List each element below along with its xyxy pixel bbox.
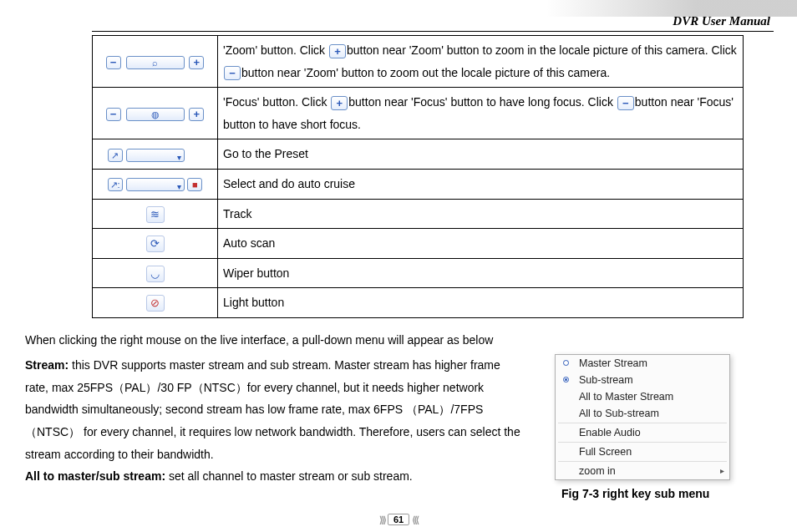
table-row: − ◍ + 'Focus' button. Click +button near… bbox=[93, 88, 744, 139]
page-header: DVR User Manual bbox=[92, 0, 774, 32]
track-description: Track bbox=[218, 199, 744, 229]
page-ornament-right: ⟨⟨⟨ bbox=[412, 514, 418, 524]
menu-item-zoom-in[interactable]: zoom in▸ bbox=[556, 463, 729, 479]
preset-cell: ↗ bbox=[93, 139, 218, 170]
menu-separator bbox=[558, 461, 727, 462]
text: button near 'Focus' button to have long … bbox=[348, 95, 617, 109]
text: 'Focus' button. Click bbox=[223, 95, 330, 109]
menu-separator bbox=[558, 442, 727, 443]
table-row: ⊘ Light button bbox=[93, 288, 744, 318]
zoom-out-button[interactable]: − bbox=[106, 56, 121, 69]
menu-label: Sub-stream bbox=[579, 374, 633, 386]
menu-item-enable-audio[interactable]: Enable Audio bbox=[556, 424, 729, 441]
menu-item-all-master[interactable]: All to Master Stream bbox=[556, 388, 729, 405]
stream-paragraph: Stream: this DVR supports master stream … bbox=[25, 354, 521, 500]
focus-short-button[interactable]: − bbox=[106, 108, 121, 121]
page-number-value: 61 bbox=[388, 514, 409, 525]
radio-icon bbox=[563, 360, 569, 366]
cruise-icon[interactable]: ↗: bbox=[108, 178, 123, 191]
page-number: ⟩⟩⟩ 61 ⟨⟨⟨ bbox=[379, 514, 418, 525]
menu-label: Full Screen bbox=[579, 446, 632, 458]
submenu-arrow-icon: ▸ bbox=[720, 466, 724, 475]
controls-table: − ⌕ + 'Zoom' button. Click +button near … bbox=[92, 35, 744, 318]
table-row: − ⌕ + 'Zoom' button. Click +button near … bbox=[93, 36, 744, 88]
wiper-description: Wiper button bbox=[218, 258, 744, 288]
focus-description: 'Focus' button. Click +button near 'Focu… bbox=[218, 88, 744, 139]
zoom-in-button[interactable]: + bbox=[189, 56, 204, 69]
autoscan-icon[interactable]: ⟳ bbox=[146, 236, 165, 252]
minus-icon: − bbox=[617, 96, 634, 110]
light-icon[interactable]: ⊘ bbox=[146, 295, 165, 312]
menu-label: Master Stream bbox=[579, 357, 647, 369]
cruise-description: Select and do auto cruise bbox=[218, 169, 744, 199]
menu-label: All to Sub-stream bbox=[579, 408, 659, 419]
table-row: ↗: ■ Select and do auto cruise bbox=[93, 169, 744, 199]
plus-icon: + bbox=[331, 96, 348, 110]
menu-label: Enable Audio bbox=[579, 427, 641, 438]
table-row: ◡ Wiper button bbox=[93, 258, 744, 288]
focus-control-cell: − ◍ + bbox=[93, 88, 218, 139]
preset-description: Go to the Preset bbox=[218, 139, 744, 170]
all-stream-body: set all channel to master stream or sub … bbox=[165, 469, 413, 483]
radio-selected-icon bbox=[563, 377, 569, 383]
light-description: Light button bbox=[218, 288, 744, 318]
menu-item-all-sub[interactable]: All to Sub-stream bbox=[556, 405, 729, 422]
plus-icon: + bbox=[329, 44, 346, 58]
menu-separator bbox=[558, 423, 727, 423]
page-ornament-left: ⟩⟩⟩ bbox=[379, 514, 385, 524]
cruise-stop-button[interactable]: ■ bbox=[187, 178, 202, 191]
context-menu: Master Stream Sub-stream All to Master S… bbox=[555, 354, 730, 480]
track-icon[interactable]: ≋ bbox=[146, 206, 165, 223]
light-cell: ⊘ bbox=[93, 288, 218, 318]
manual-title: DVR User Manual bbox=[673, 14, 770, 28]
intro-paragraph: When clicking the right mouse on the liv… bbox=[25, 330, 772, 351]
autoscan-description: Auto scan bbox=[218, 229, 744, 259]
wiper-cell: ◡ bbox=[93, 258, 218, 288]
table-row: ↗ Go to the Preset bbox=[93, 139, 744, 170]
menu-label: zoom in bbox=[579, 465, 616, 477]
cruise-dropdown[interactable] bbox=[126, 178, 185, 191]
preset-icon[interactable]: ↗ bbox=[108, 149, 123, 162]
cruise-cell: ↗: ■ bbox=[93, 169, 218, 199]
track-cell: ≋ bbox=[93, 199, 218, 229]
zoom-control-cell: − ⌕ + bbox=[93, 36, 218, 88]
menu-item-full-screen[interactable]: Full Screen bbox=[556, 443, 729, 460]
autoscan-cell: ⟳ bbox=[93, 229, 218, 259]
text: button near 'Zoom' button to zoom in the… bbox=[347, 43, 737, 57]
table-row: ≋ Track bbox=[93, 199, 744, 229]
menu-item-master-stream[interactable]: Master Stream bbox=[556, 355, 729, 372]
zoom-description: 'Zoom' button. Click +button near 'Zoom'… bbox=[218, 36, 744, 88]
minus-icon: − bbox=[224, 66, 241, 80]
zoom-icon[interactable]: ⌕ bbox=[126, 56, 185, 69]
menu-item-sub-stream[interactable]: Sub-stream bbox=[556, 372, 729, 388]
text: button near 'Zoom' button to zoom out th… bbox=[241, 66, 610, 79]
table-row: ⟳ Auto scan bbox=[93, 229, 744, 259]
stream-label: Stream: bbox=[25, 358, 69, 372]
all-stream-label: All to master/sub stream: bbox=[25, 469, 165, 483]
focus-icon[interactable]: ◍ bbox=[126, 108, 185, 121]
preset-dropdown[interactable] bbox=[126, 149, 185, 162]
focus-long-button[interactable]: + bbox=[189, 108, 204, 121]
text: 'Zoom' button. Click bbox=[223, 43, 328, 57]
menu-label: All to Master Stream bbox=[579, 391, 673, 403]
stream-body: this DVR supports master stream and sub … bbox=[25, 358, 520, 460]
figure-caption: Fig 7-3 right key sub menu bbox=[561, 487, 772, 500]
wiper-icon[interactable]: ◡ bbox=[146, 266, 165, 282]
